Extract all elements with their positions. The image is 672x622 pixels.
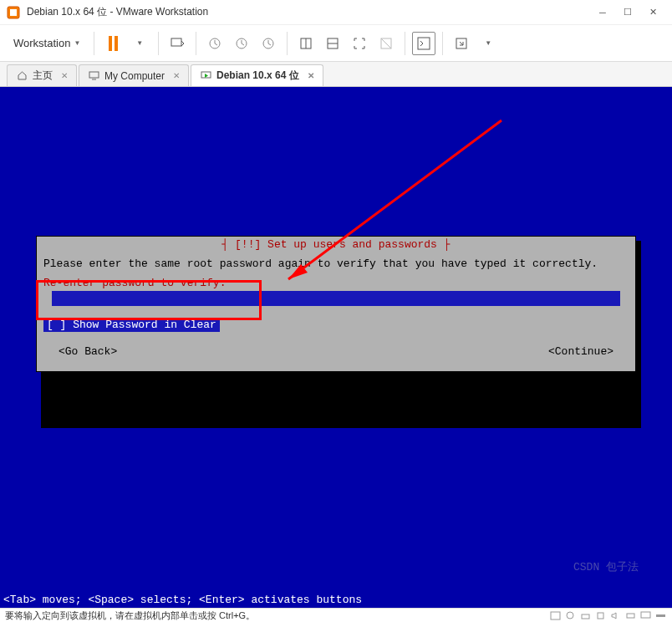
- svg-rect-14: [89, 72, 99, 78]
- installer-dialog: ┤ [!!] Set up users and passwords ├ Plea…: [36, 236, 636, 372]
- device-display-icon[interactable]: [640, 611, 652, 620]
- layout-corners-icon: [352, 36, 367, 51]
- password-input[interactable]: [52, 291, 620, 306]
- titlebar: Debian 10.x 64 位 - VMware Workstation ─ …: [0, 0, 672, 25]
- fullscreen-button[interactable]: [450, 32, 473, 55]
- view-single-button[interactable]: [294, 32, 318, 55]
- view-unity-button[interactable]: [348, 32, 371, 55]
- svg-rect-23: [598, 613, 603, 619]
- device-usb-icon[interactable]: [595, 611, 607, 620]
- snapshot-manage-button[interactable]: [257, 32, 280, 55]
- tab-bar: 主页 ✕ My Computer ✕ Debian 10.x 64 位 ✕: [0, 62, 672, 87]
- toolbar-separator: [158, 32, 159, 55]
- pause-dropdown-button[interactable]: ▼: [128, 32, 151, 55]
- toolbar-separator: [442, 32, 443, 55]
- snapshot-take-button[interactable]: [203, 32, 227, 55]
- tab-label: 主页: [33, 69, 53, 83]
- toolbar-separator: [405, 32, 405, 55]
- console-button[interactable]: [412, 32, 435, 55]
- workstation-menu-label: Workstation: [13, 37, 70, 49]
- password-field-label: Re-enter password to verify:: [43, 277, 629, 289]
- tab-debian[interactable]: Debian 10.x 64 位 ✕: [191, 64, 323, 86]
- workstation-menu[interactable]: Workstation ▼: [7, 33, 87, 53]
- layout-split-icon: [325, 36, 340, 51]
- svg-rect-1: [10, 9, 17, 16]
- show-password-checkbox[interactable]: [ ] Show Password in Clear: [43, 318, 220, 332]
- device-cd-icon[interactable]: [565, 611, 577, 620]
- tab-label: Debian 10.x 64 位: [216, 69, 299, 83]
- pause-button[interactable]: [101, 32, 125, 55]
- continue-button[interactable]: <Continue>: [548, 345, 613, 358]
- statusbar: 要将输入定向到该虚拟机，请在虚拟机内部单击或按 Ctrl+G。: [0, 608, 672, 622]
- view-disabled-button[interactable]: [374, 32, 398, 55]
- chevron-down-icon: ▼: [485, 39, 491, 47]
- window-title: Debian 10.x 64 位 - VMware Workstation: [27, 5, 590, 19]
- tab-close-button[interactable]: ✕: [61, 71, 68, 80]
- tab-close-button[interactable]: ✕: [173, 71, 180, 80]
- device-more-icon[interactable]: [655, 611, 667, 620]
- statusbar-devices: [550, 611, 667, 620]
- svg-marker-17: [205, 74, 208, 78]
- svg-rect-24: [627, 614, 634, 618]
- watermark: CSDN 包子法: [573, 559, 639, 574]
- dialog-body: Please enter the same root password agai…: [37, 252, 635, 371]
- clock-icon: [207, 36, 222, 51]
- view-split-button[interactable]: [321, 32, 344, 55]
- tab-close-button[interactable]: ✕: [308, 71, 314, 80]
- chevron-down-icon: ▼: [74, 39, 80, 47]
- svg-rect-22: [582, 614, 589, 619]
- svg-rect-25: [641, 612, 650, 618]
- tab-my-computer[interactable]: My Computer ✕: [79, 64, 189, 86]
- tab-label: My Computer: [104, 70, 165, 82]
- clock-manage-icon: [261, 36, 276, 51]
- maximize-button[interactable]: ☐: [615, 4, 640, 21]
- svg-rect-26: [656, 614, 665, 617]
- svg-point-21: [567, 612, 573, 619]
- device-sound-icon[interactable]: [610, 611, 622, 620]
- minimize-button[interactable]: ─: [590, 4, 615, 21]
- svg-rect-12: [418, 38, 430, 49]
- fullscreen-icon: [454, 36, 469, 51]
- svg-rect-2: [171, 38, 181, 46]
- layout-single-icon: [298, 36, 313, 51]
- window-controls: ─ ☐ ✕: [590, 4, 665, 21]
- console-icon: [417, 37, 430, 50]
- dialog-title: ┤ [!!] Set up users and passwords ├: [37, 237, 635, 252]
- dialog-prompt: Please enter the same root password agai…: [43, 257, 629, 270]
- dialog-buttons: <Go Back> <Continue>: [43, 332, 629, 366]
- snapshot-revert-button[interactable]: [230, 32, 253, 55]
- device-network-icon[interactable]: [580, 611, 592, 620]
- tab-home[interactable]: 主页 ✕: [7, 64, 77, 86]
- console-help-text: <Tab> moves; <Space> selects; <Enter> ac…: [0, 592, 672, 608]
- computer-icon: [88, 70, 99, 82]
- vmware-icon: [7, 6, 20, 19]
- clock-revert-icon: [234, 36, 249, 51]
- statusbar-hint: 要将输入定向到该虚拟机，请在虚拟机内部单击或按 Ctrl+G。: [5, 609, 255, 622]
- svg-line-11: [381, 38, 391, 48]
- go-back-button[interactable]: <Go Back>: [59, 345, 117, 358]
- svg-rect-20: [551, 612, 560, 619]
- toolbar-separator: [196, 32, 196, 55]
- fullscreen-dropdown-button[interactable]: ▼: [476, 32, 500, 55]
- vm-running-icon: [200, 70, 211, 82]
- toolbar-separator: [94, 32, 94, 55]
- monitor-send-icon: [170, 36, 185, 51]
- pause-icon: [109, 36, 118, 51]
- vm-console[interactable]: ┤ [!!] Set up users and passwords ├ Plea…: [0, 87, 672, 608]
- close-button[interactable]: ✕: [640, 4, 665, 21]
- device-disk-icon[interactable]: [550, 611, 562, 620]
- toolbar-separator: [287, 32, 288, 55]
- toolbar: Workstation ▼ ▼ ▼: [0, 25, 672, 62]
- layout-disabled-icon: [379, 36, 394, 51]
- device-printer-icon[interactable]: [625, 611, 637, 620]
- chevron-down-icon: ▼: [136, 39, 143, 47]
- home-icon: [16, 70, 28, 82]
- send-button[interactable]: [165, 32, 189, 55]
